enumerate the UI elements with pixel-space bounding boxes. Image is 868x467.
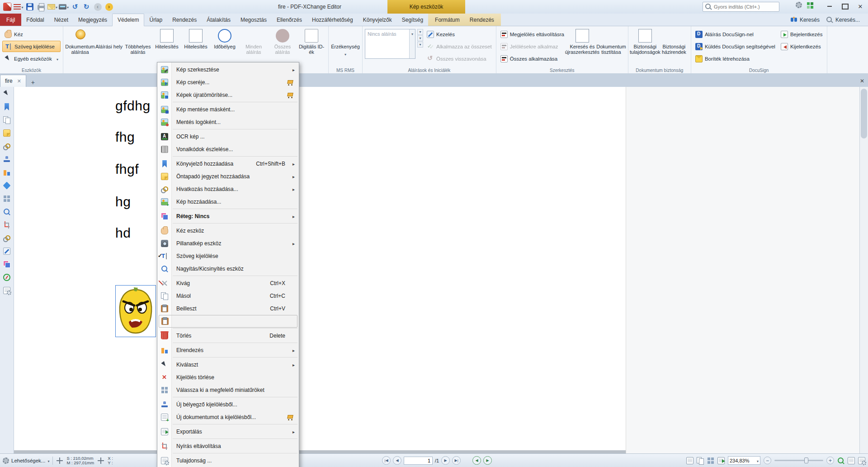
form-fields-panel-button[interactable] [2, 168, 12, 177]
context-menu-item-masol[interactable]: MásolCtrl+C [157, 290, 299, 302]
previous-page-button[interactable] [393, 456, 401, 465]
ribbon-button-kereses-es-ujraszerkesztes[interactable]: Keresés és újraszerkesztés [568, 28, 597, 67]
signatures-panel-button[interactable] [2, 247, 12, 256]
document-parts-panel-button[interactable] [2, 286, 12, 295]
destinations-panel-button[interactable] [2, 207, 12, 216]
two-page-view-icon[interactable] [697, 457, 704, 464]
context-menu-item-kez-eszkoz[interactable]: Kéz eszköz [157, 224, 299, 237]
menu-icon[interactable] [14, 2, 24, 12]
ribbon-button-dokumentum-alairasa[interactable]: Dokumentum aláírása [66, 28, 94, 67]
ribbon-button-alkalmazza-az-osszeset[interactable]: Alkalmazza az összeset [425, 41, 494, 52]
signature-profile-spinner[interactable] [417, 29, 423, 48]
context-menu-item-tulajdonsag[interactable]: Tulajdonság ... [157, 454, 299, 467]
other-tools-button[interactable]: Egyéb eszközök [2, 53, 61, 64]
context-menu-item-uj-dokumentumot-a-kijelolesbol[interactable]: Új dokumentumot a kijelölésből... [157, 411, 299, 424]
close-tab-icon[interactable]: ✕ [17, 78, 21, 84]
context-menu-item-nagyitas-kicsinyites-eszkoz[interactable]: Nagyítás/Kicsinyítés eszköz [157, 262, 299, 275]
contextual-tab-formatum[interactable]: Formátum [430, 14, 465, 26]
tab-segitseg[interactable]: Segítség [397, 14, 428, 26]
print-button[interactable] [36, 2, 46, 12]
tab-megjegyzes[interactable]: Megjegyzés [73, 14, 112, 26]
ribbon-button-erzekenyseg[interactable]: Érzékenység [331, 28, 360, 67]
select-tool-panel-button[interactable] [2, 89, 12, 98]
links-panel-button[interactable] [2, 234, 12, 243]
ribbon-button-megjeloles-eltavolitasra[interactable]: Megjelölés eltávolításra [499, 29, 566, 40]
context-menu-item-kep-mentese-maskent[interactable]: Kép mentése másként... [157, 103, 299, 116]
minimize-button[interactable] [822, 0, 837, 13]
document-tab-fire[interactable]: fire ✕ [0, 75, 26, 87]
previous-view-button[interactable]: ‹ [93, 2, 103, 12]
quick-launch-input[interactable] [714, 4, 777, 10]
context-menu-item-kepek-ujratomoritese[interactable]: Képek újratömörítése... [157, 89, 299, 101]
thumbnail-view-icon[interactable] [707, 457, 714, 464]
search-button[interactable]: Keresés... [826, 16, 860, 24]
close-button[interactable] [853, 0, 868, 13]
fit-page-icon[interactable] [848, 457, 855, 464]
layout-grid-icon[interactable] [807, 2, 814, 9]
scan-button[interactable] [59, 2, 69, 12]
tab-fajl[interactable]: Fájl [0, 14, 21, 26]
context-menu-item-hivatkozas-hozzaadasa[interactable]: Hivatkozás hozzáadása...▸ [157, 183, 299, 195]
tab-atalakitas[interactable]: Átalakítás [202, 14, 236, 26]
context-menu-item-kep-hozzaadasa[interactable]: Kép hozzáadása... [157, 195, 299, 208]
ribbon-button-digitalis-id-ek[interactable]: Digitális ID-ék [297, 28, 326, 67]
text-select-tool-button[interactable]: Szöveg kijelölése [2, 41, 61, 52]
context-menu-item-exportalas[interactable]: Exportálás▸ [157, 425, 299, 438]
ribbon-button-osszes-visszavonasa[interactable]: Összes visszavonása [425, 53, 494, 64]
ribbon-button-jelolesekre-alkalmaz[interactable]: Jelölésekre alkalmaz [499, 41, 566, 52]
save-button[interactable] [25, 2, 35, 12]
attachments-panel-button[interactable] [2, 142, 12, 151]
page[interactable]: gfdhgfhgfhgfhghd [14, 87, 626, 450]
context-menu-item-mentes-logokent[interactable]: Mentés logóként... [157, 116, 299, 129]
tab-hozzaferhetoseg[interactable]: Hozzáférhetőség [307, 14, 358, 26]
ribbon-button-hitelesites[interactable]: Hitelesítés [152, 28, 181, 67]
context-menu-item-kep-csereje[interactable]: Kép cseréje... [157, 76, 299, 89]
tab-vedelem[interactable]: Védelem [112, 14, 144, 26]
scrollbar-thumb[interactable] [861, 89, 867, 138]
tab-konyvjelzok[interactable]: Könyvjelzők [358, 14, 397, 26]
first-page-button[interactable] [382, 456, 391, 465]
document-options-icon[interactable] [858, 457, 865, 464]
maximize-button[interactable] [837, 0, 853, 13]
context-menu-item-kivalaszt[interactable]: Kiválaszt▸ [157, 358, 299, 371]
ribbon-button-osszes-alairas[interactable]: Összes aláírás [268, 28, 297, 67]
ribbon-button-bejelentkezes[interactable]: Bejelentkezés [779, 29, 825, 40]
ribbon-button-kuldes-docusign-segitsegevel[interactable]: Küldés DocuSign segítségével [693, 41, 777, 52]
page-number-input[interactable] [404, 457, 433, 465]
context-menu-item-nyiras-eltavolitasa[interactable]: Nyírás eltávolítása [157, 440, 299, 453]
tab-nezet[interactable]: Nézet [49, 14, 73, 26]
context-menu-item-kivag[interactable]: KivágCtrl+X [157, 277, 299, 290]
vertical-scrollbar[interactable] [859, 87, 868, 453]
ribbon-button-hitelesites[interactable]: Hitelesítés [181, 28, 210, 67]
next-view-button[interactable] [483, 456, 492, 465]
zoom-level-select[interactable]: 234,83% [728, 456, 760, 465]
selected-image-object[interactable] [115, 285, 156, 337]
context-menu-item-vonalkodok-eszlelese[interactable]: Vonalkódok észlelése... [157, 143, 299, 156]
ribbon-button-idobelyeg[interactable]: Időbélyeg [210, 28, 239, 67]
context-menu-item-konyvjelzo-hozzaadasa[interactable]: Könyvjelző hozzáadásaCtrl+Shift+B▸ [157, 157, 299, 170]
context-menu-item-ontapado-jegyzet-hozzaadasa[interactable]: Öntapadó jegyzet hozzáadása▸ [157, 170, 299, 183]
ribbon-button-tobbhelyes-alairas[interactable]: Többhelyes aláírás [123, 28, 152, 67]
quick-launch-search[interactable] [703, 2, 779, 12]
tab-fooldal[interactable]: Főoldal [21, 14, 49, 26]
ribbon-button-biztonsagi-hazirendek[interactable]: Biztonsági házirendek [660, 28, 689, 67]
close-document-icon[interactable] [856, 75, 868, 87]
options-button[interactable]: Lehetőségek... [3, 457, 49, 464]
find-button[interactable]: Keresés [790, 16, 820, 24]
ribbon-button-biztonsagi-tulajdonsagok[interactable]: Biztonsági tulajdonságok [631, 28, 660, 67]
3d-content-panel-button[interactable] [2, 181, 12, 190]
signature-profile-select[interactable]: Nincs aláírás [365, 29, 415, 59]
chevron-down-icon[interactable] [409, 29, 415, 58]
new-tab-button[interactable] [28, 77, 38, 87]
zoom-slider[interactable] [774, 460, 823, 461]
previous-view-button[interactable] [472, 456, 481, 465]
next-view-button[interactable]: › [104, 2, 114, 12]
ribbon-button-kezeles[interactable]: Kezelés [425, 29, 494, 40]
split-view-panel-button[interactable] [2, 260, 12, 269]
fit-width-icon[interactable] [717, 457, 725, 464]
ribbon-button-minden-alairas[interactable]: Minden aláírás [239, 28, 268, 67]
context-menu-item-pillanatkep-eszkoz[interactable]: Pillanatkép eszköz▸ [157, 237, 299, 250]
email-button[interactable] [47, 2, 57, 12]
ribbon-button-boritek-letrehozasa[interactable]: Boríték létrehozása [693, 53, 777, 64]
zoom-slider-knob[interactable] [804, 457, 808, 463]
